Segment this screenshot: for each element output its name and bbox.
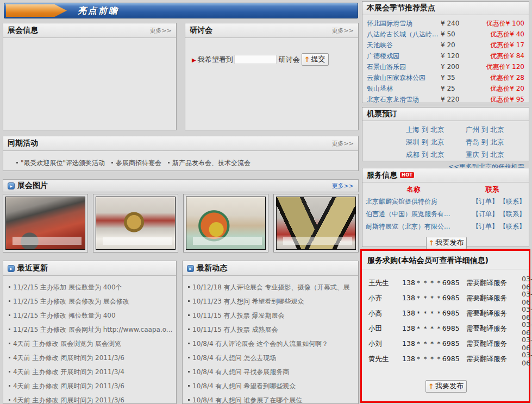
update-item[interactable]: 4天前 主办修改 闭展时间为 2011/3/6 — [9, 393, 173, 404]
attraction-name-link[interactable]: 天池峡谷 — [367, 41, 441, 50]
attraction-discount-price: 优惠价¥ 20 — [472, 84, 524, 93]
attraction-row: 北京石京龙滑雪场 ¥ 220 优惠价¥ 95 — [362, 94, 529, 105]
request-need: 需要翻译服务 — [466, 309, 522, 318]
services-header: 服务信息 HOT — [362, 168, 529, 182]
exhibition-photo-1[interactable] — [3, 194, 88, 252]
news-item[interactable]: 10/8/4 有人想问 寻找参展服务商 — [188, 365, 355, 379]
seminar-form: 我希望看到 研讨会 提交 — [185, 38, 358, 66]
update-item[interactable]: 4天前 主办修改 闭展时间为 2011/3/6 — [9, 379, 173, 393]
exhibition-info-header: 展会信息 更多>> — [3, 23, 176, 38]
news-item[interactable]: 10/8/4 有人评论展会 这个会的人流量如何啊？ — [188, 337, 355, 351]
service-contact-link[interactable]: 【联系】 — [499, 197, 525, 206]
service-name-link[interactable]: 耐斯特展览（北京）有限公... — [366, 222, 471, 231]
exhibition-info-more-link[interactable]: 更多>> — [150, 27, 172, 35]
news-item[interactable]: 10/8/4 有人想问 怎么去现场 — [188, 351, 355, 365]
request-need: 需要翻译服务 — [466, 324, 522, 333]
update-item[interactable]: 11/2/15 主办修改 展会修改为 展会修改 — [9, 294, 173, 308]
update-item[interactable]: 4天前 主办修改 开展时间为 2011/3/4 — [9, 365, 173, 379]
section-recent-updates: 最近更新 11/2/15 主办添加 展位数量为 400个 11/2/15 主办修… — [3, 261, 177, 404]
latest-news-title: 最新动态 — [197, 263, 227, 273]
flight-route-link[interactable]: 广州 到 北京 — [455, 125, 515, 135]
section-service-info: 服务信息 HOT 名称 联系 北京麒麟宾馆提供特价房 【订单】 【联系】 伯言通… — [362, 168, 529, 247]
photo-red-pedal-car — [5, 197, 85, 250]
recent-updates-header: 最近更新 — [3, 261, 176, 276]
request-row: 小刘 138＊＊＊＊6985 需要翻译服务 03-06 — [362, 336, 529, 351]
attraction-name-link[interactable]: 云蒙山国家森林公园 — [367, 73, 441, 83]
attraction-name-link[interactable]: 怀北国际滑雪场 — [367, 19, 441, 28]
news-item[interactable]: 10/11/15 有人投票 爆发期展会 — [188, 308, 355, 323]
request-date: 03-06 — [522, 290, 532, 306]
photo-catalog-stand — [276, 197, 356, 250]
request-need: 需要翻译服务 — [466, 279, 522, 288]
attraction-price: ¥ 220 — [441, 96, 472, 103]
requester-phone: 138＊＊＊＊6985 — [402, 279, 466, 288]
flight-route-link[interactable]: 重庆 到 北京 — [455, 150, 515, 160]
news-item[interactable]: 10/8/4 有人想问 谁参展了在哪个展位 — [188, 393, 355, 404]
news-item[interactable]: 10/8/4 有人想问 希望看到哪些观众 — [188, 379, 355, 393]
service-name-link[interactable]: 北京麒麟宾馆提供特价房 — [366, 197, 471, 206]
services-publish-wrap: 我要发布 — [362, 233, 529, 249]
update-item[interactable]: 11/2/15 主办修改 展会网址为 http://www.caapa.o... — [9, 323, 173, 337]
request-date: 03-06 — [522, 305, 532, 321]
concurrent-activity-link[interactable]: 参展商招待宴会 — [111, 159, 161, 168]
attraction-name-link[interactable]: 北京石京龙滑雪场 — [367, 95, 441, 104]
news-item[interactable]: 10/12/18 有人评论展会 专业摄影、摄像（开幕式、展 — [188, 280, 355, 294]
request-row: 小高 138＊＊＊＊6985 需要翻译服务 03-06 — [362, 305, 529, 320]
up-arrow-icon — [304, 55, 310, 64]
update-item[interactable]: 4天前 主办修改 闭展时间为 2011/3/6 — [9, 351, 173, 365]
flight-route-link[interactable]: 成都 到 北京 — [395, 150, 455, 160]
service-contact-link[interactable]: 【联系】 — [499, 222, 525, 231]
attraction-discount-price: 优惠价¥ 95 — [472, 95, 524, 104]
concurrent-more-link[interactable]: 更多>> — [332, 140, 354, 148]
requester-phone: 138＊＊＊＊6985 — [402, 355, 466, 364]
attraction-name-link[interactable]: 广德楼戏园 — [367, 52, 441, 61]
section-concurrent-activities: 同期活动 更多>> "最受欢迎展位"评选颁奖活动 参展商招待宴会 新产品发布会、… — [3, 136, 359, 171]
services-publish-button[interactable]: 我要发布 — [426, 237, 467, 249]
service-order-link[interactable]: 【订单】 — [472, 222, 498, 231]
attraction-discount-price: 优惠价¥ 100 — [472, 19, 524, 28]
recent-updates-title: 最近更新 — [17, 263, 48, 273]
request-need: 需要翻译服务 — [466, 339, 522, 349]
recent-updates-list: 11/2/15 主办添加 展位数量为 400个 11/2/15 主办修改 展会修… — [3, 276, 176, 404]
service-order-link[interactable]: 【订单】 — [472, 210, 498, 219]
photos-more-link[interactable]: 更多>> — [332, 182, 354, 190]
seminar-more-link[interactable]: 更多>> — [332, 27, 354, 35]
requests-list: 王先生 138＊＊＊＊6985 需要翻译服务 03-06 小齐 138＊＊＊＊6… — [362, 269, 529, 366]
news-item[interactable]: 10/11/15 有人投票 成熟展会 — [188, 323, 355, 337]
concurrent-activity-link[interactable]: 新产品发布会、技术交流会 — [168, 159, 251, 168]
exhibition-photo-4[interactable] — [273, 194, 359, 252]
flight-route-link[interactable]: 深圳 到 北京 — [395, 138, 455, 147]
service-contact-link[interactable]: 【联系】 — [499, 210, 525, 219]
flight-route-link[interactable]: 青岛 到 北京 — [455, 138, 515, 147]
update-item[interactable]: 11/2/15 主办添加 展位数量为 400个 — [9, 280, 173, 294]
update-item[interactable]: 4天前 主办修改 展会浏览为 展会浏览 — [9, 337, 173, 351]
concurrent-activity-link[interactable]: "最受欢迎展位"评选颁奖活动 — [16, 159, 105, 168]
attraction-row: 石景山游乐园 ¥ 200 优惠价¥ 120 — [362, 61, 529, 72]
requester-phone: 138＊＊＊＊6985 — [402, 339, 466, 349]
seminar-topic-input[interactable] — [234, 55, 277, 64]
requests-publish-wrap: 我要发布 — [362, 366, 529, 393]
services-column-headers: 名称 联系 — [362, 182, 529, 195]
exhibition-photo-2[interactable] — [93, 194, 178, 252]
attraction-name-link[interactable]: 银山塔林 — [367, 84, 441, 93]
news-item[interactable]: 10/11/23 有人想问 希望看到哪些观众 — [188, 294, 355, 308]
request-date: 03-06 — [522, 320, 532, 337]
service-order-link[interactable]: 【订单】 — [472, 197, 498, 206]
request-date: 03-06 — [522, 351, 532, 367]
requests-publish-button[interactable]: 我要发布 — [425, 380, 467, 393]
attraction-name-link[interactable]: 石景山游乐园 — [367, 62, 441, 72]
arrow-square-icon — [187, 265, 194, 272]
requester-name: 小齐 — [368, 294, 402, 303]
request-row: 黄先生 138＊＊＊＊6985 需要翻译服务 03-06 — [362, 351, 529, 366]
seminar-form-suffix-label: 研讨会 — [279, 55, 300, 65]
photo-watermark — [193, 237, 262, 245]
flight-route-link[interactable]: 上海 到 北京 — [395, 125, 455, 135]
requester-name: 王先生 — [368, 279, 402, 288]
update-item[interactable]: 11/2/15 主办修改 摊位数量为 400 — [9, 308, 173, 323]
concurrent-items: "最受欢迎展位"评选颁奖活动 参展商招待宴会 新产品发布会、技术交流会 — [3, 151, 358, 168]
exhibition-photo-3[interactable] — [183, 194, 268, 252]
arrow-square-icon — [8, 182, 15, 190]
service-name-link[interactable]: 伯言通（中国）展览服务有... — [366, 210, 471, 219]
attraction-name-link[interactable]: 八达岭古长城（八达岭... — [367, 30, 441, 39]
seminar-submit-button[interactable]: 提交 — [302, 53, 329, 66]
